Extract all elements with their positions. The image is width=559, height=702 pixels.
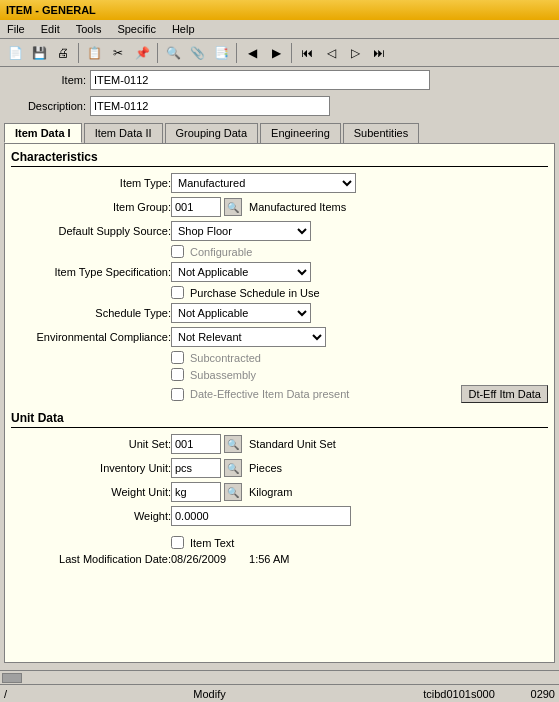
inventory-unit-label: Inventory Unit: (11, 462, 171, 474)
tab-grouping-data[interactable]: Grouping Data (165, 123, 259, 143)
status-indicator: / (0, 688, 20, 700)
characteristics-header: Characteristics (11, 150, 548, 167)
toolbar-sep1 (78, 43, 79, 63)
attach-button[interactable]: 📎 (186, 42, 208, 64)
first-button[interactable]: ⏮ (296, 42, 318, 64)
last-button[interactable]: ⏭ (368, 42, 390, 64)
weight-value (171, 506, 351, 526)
print-button[interactable]: 🖨 (52, 42, 74, 64)
back-button[interactable]: ◀ (241, 42, 263, 64)
menu-bar: File Edit Tools Specific Help (0, 20, 559, 39)
scroll-thumb[interactable] (2, 673, 22, 683)
default-supply-row: Default Supply Source: Shop Floor (11, 221, 548, 241)
configurable-checkbox[interactable] (171, 245, 184, 258)
schedule-type-value: Not Applicable (171, 303, 311, 323)
horizontal-scrollbar[interactable] (0, 670, 559, 684)
unit-data-header: Unit Data (11, 411, 548, 428)
save-button[interactable]: 💾 (28, 42, 50, 64)
item-text-row: Item Text (11, 536, 548, 549)
item-type-value: Manufactured (171, 173, 356, 193)
last-modification-row: Last Modification Date: 08/26/2009 1:56 … (11, 553, 548, 565)
weight-unit-value: 🔍 Kilogram (171, 482, 292, 502)
next-button[interactable]: ▷ (344, 42, 366, 64)
menu-help[interactable]: Help (169, 22, 198, 36)
weight-unit-search-btn[interactable]: 🔍 (224, 483, 242, 501)
forward-button[interactable]: ▶ (265, 42, 287, 64)
last-modification-date: 08/26/2009 (171, 553, 226, 565)
prev-button[interactable]: ◁ (320, 42, 342, 64)
weight-unit-label: Weight Unit: (11, 486, 171, 498)
subassembly-label: Subassembly (190, 369, 256, 381)
item-label: Item: (6, 74, 86, 86)
unit-set-desc: Standard Unit Set (249, 438, 336, 450)
inventory-unit-value: 🔍 Pieces (171, 458, 282, 478)
configurable-row: Configurable (11, 245, 548, 258)
toolbar: 📄 💾 🖨 📋 ✂ 📌 🔍 📎 📑 ◀ ▶ ⏮ ◁ ▷ ⏭ (0, 39, 559, 67)
zoom-button[interactable]: 🔍 (162, 42, 184, 64)
inventory-unit-search-btn[interactable]: 🔍 (224, 459, 242, 477)
item-type-spec-label: Item Type Specification: (11, 266, 171, 278)
item-type-select[interactable]: Manufactured (171, 173, 356, 193)
menu-specific[interactable]: Specific (114, 22, 159, 36)
title-text: ITEM - GENERAL (6, 4, 96, 16)
item-text-checkbox[interactable] (171, 536, 184, 549)
item-group-row: Item Group: 🔍 Manufactured Items (11, 197, 548, 217)
tab-item-data-1[interactable]: Item Data I (4, 123, 82, 143)
copy-button[interactable]: 📋 (83, 42, 105, 64)
cut-button[interactable]: ✂ (107, 42, 129, 64)
menu-edit[interactable]: Edit (38, 22, 63, 36)
unit-set-row: Unit Set: 🔍 Standard Unit Set (11, 434, 548, 454)
unit-set-value: 🔍 Standard Unit Set (171, 434, 336, 454)
browse-button[interactable]: 📑 (210, 42, 232, 64)
dt-eff-btn[interactable]: Dt-Eff Itm Data (461, 385, 548, 403)
item-text-label: Item Text (190, 537, 234, 549)
tab-engineering[interactable]: Engineering (260, 123, 341, 143)
new-button[interactable]: 📄 (4, 42, 26, 64)
configurable-label: Configurable (190, 246, 252, 258)
tab-subentities[interactable]: Subentities (343, 123, 419, 143)
purchase-schedule-row: Purchase Schedule in Use (11, 286, 548, 299)
paste-button[interactable]: 📌 (131, 42, 153, 64)
menu-file[interactable]: File (4, 22, 28, 36)
default-supply-select[interactable]: Shop Floor (171, 221, 311, 241)
title-bar: ITEM - GENERAL (0, 0, 559, 20)
date-effective-checkbox[interactable] (171, 388, 184, 401)
menu-tools[interactable]: Tools (73, 22, 105, 36)
unit-set-code[interactable] (171, 434, 221, 454)
main-content: Characteristics Item Type: Manufactured … (4, 143, 555, 663)
env-compliance-select[interactable]: Not Relevant (171, 327, 326, 347)
tab-item-data-2[interactable]: Item Data II (84, 123, 163, 143)
purchase-schedule-checkbox[interactable] (171, 286, 184, 299)
schedule-type-select[interactable]: Not Applicable (171, 303, 311, 323)
item-group-code[interactable] (171, 197, 221, 217)
inventory-unit-row: Inventory Unit: 🔍 Pieces (11, 458, 548, 478)
inventory-unit-code[interactable] (171, 458, 221, 478)
toolbar-sep4 (291, 43, 292, 63)
date-effective-label: Date-Effective Item Data present (190, 388, 458, 400)
unit-set-search-btn[interactable]: 🔍 (224, 435, 242, 453)
weight-label: Weight: (11, 510, 171, 522)
default-supply-value: Shop Floor (171, 221, 311, 241)
schedule-type-label: Schedule Type: (11, 307, 171, 319)
item-input[interactable] (90, 70, 430, 90)
item-row: Item: (0, 67, 559, 93)
subcontracted-checkbox[interactable] (171, 351, 184, 364)
toolbar-sep2 (157, 43, 158, 63)
toolbar-sep3 (236, 43, 237, 63)
subassembly-checkbox[interactable] (171, 368, 184, 381)
default-supply-label: Default Supply Source: (11, 225, 171, 237)
item-group-desc: Manufactured Items (249, 201, 346, 213)
item-group-search-btn[interactable]: 🔍 (224, 198, 242, 216)
item-type-spec-row: Item Type Specification: Not Applicable (11, 262, 548, 282)
unit-set-label: Unit Set: (11, 438, 171, 450)
item-type-spec-select[interactable]: Not Applicable (171, 262, 311, 282)
description-input[interactable] (90, 96, 330, 116)
weight-unit-code[interactable] (171, 482, 221, 502)
last-modification-time: 1:56 AM (249, 553, 289, 565)
item-type-row: Item Type: Manufactured (11, 173, 548, 193)
weight-input[interactable] (171, 506, 351, 526)
subcontracted-row: Subcontracted (11, 351, 548, 364)
description-row: Description: (0, 93, 559, 119)
subcontracted-label: Subcontracted (190, 352, 261, 364)
status-module: tcibd0101s000 (399, 688, 519, 700)
